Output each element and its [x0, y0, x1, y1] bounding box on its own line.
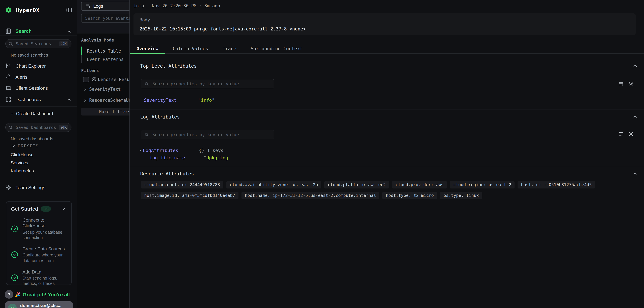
mode-results-table[interactable]: Results Table	[87, 48, 121, 54]
sidebar-item-search-label: Search	[16, 28, 32, 34]
attribute-row-severitytext[interactable]: SeverityText "info"	[144, 97, 215, 103]
log-attributes-search-field[interactable]	[152, 132, 270, 138]
search-filter-panel: Logs Search your events Analysis Mode Re…	[77, 0, 130, 308]
sidebar-item-chart-explorer[interactable]: Chart Explorer	[5, 63, 46, 69]
presets-toggle[interactable]: PRESETS	[12, 144, 38, 148]
collapse-sidebar-icon[interactable]	[66, 7, 72, 13]
chevron-right-icon	[83, 87, 87, 91]
get-started-step-connect[interactable]: Connect to ClickHouse Set up your databa…	[11, 217, 67, 240]
resource-attribute-tags: cloud.account.id: 244449518788 cloud.ava…	[141, 181, 636, 202]
caret-down-icon[interactable]: ▾	[140, 148, 142, 153]
check-circle-icon	[11, 225, 18, 232]
collapse-section-icon[interactable]	[633, 115, 637, 119]
detail-tabs: Overview Column Values Trace Surrounding…	[130, 44, 310, 55]
sidebar-item-alerts[interactable]: Alerts	[5, 74, 28, 80]
resource-tag[interactable]: host.id: i-0510b81275acbe4d5	[518, 181, 595, 188]
wrap-lines-icon[interactable]	[618, 81, 624, 86]
attribute-value[interactable]: dpkg.log	[206, 155, 228, 160]
section-title-log-attributes: Log Attributes	[140, 114, 180, 120]
chevron-right-icon	[66, 307, 70, 308]
sidebar-item-client-sessions[interactable]: Client Sessions	[5, 85, 48, 91]
saved-dashboards-placeholder: Saved Dashboards	[16, 125, 56, 130]
filters-label: Filters	[81, 68, 99, 73]
sidebar-item-dashboards[interactable]: Dashboards	[5, 96, 41, 102]
tab-overview[interactable]: Overview	[130, 44, 165, 55]
resource-tag[interactable]: cloud.platform: aws_ec2	[324, 181, 389, 188]
attribute-value[interactable]: info	[201, 97, 212, 103]
collapse-section-icon[interactable]	[633, 171, 637, 176]
section-divider	[130, 109, 644, 110]
attribute-row-log-file-name[interactable]: log.file.name "dpkg.log"	[150, 155, 231, 160]
top-level-search-input[interactable]	[141, 79, 274, 88]
get-started-title: Get Started	[11, 206, 38, 212]
saved-dashboards-input[interactable]: Saved Dashboards ⌘K	[5, 123, 72, 132]
shortcut-badge: ⌘K	[59, 41, 68, 46]
chevron-up-icon[interactable]	[63, 207, 67, 211]
search-icon	[8, 125, 13, 130]
no-saved-searches-text: No saved searches	[11, 53, 48, 58]
chevron-up-icon[interactable]	[67, 98, 71, 102]
section-divider	[130, 213, 644, 213]
resource-tag[interactable]: host.image.id: ami-0f5fcdfbd140e4ab7	[141, 192, 238, 199]
filter-group-severitytext[interactable]: SeverityText	[83, 87, 121, 92]
gear-icon[interactable]	[628, 81, 634, 86]
log-attributes-search-input[interactable]	[141, 130, 274, 139]
dashboard-grid-icon	[5, 96, 12, 102]
gear-icon[interactable]	[628, 131, 634, 137]
tab-trace[interactable]: Trace	[216, 44, 243, 55]
app-title: HyperDX	[16, 7, 40, 13]
section-title-resource-attributes: Resource Attributes	[140, 171, 194, 176]
event-header: info · Nov 20 2:20:30 PM · 3m ago	[134, 3, 220, 8]
chart-line-icon	[5, 63, 12, 69]
no-saved-dashboards-text: No saved dashboards	[11, 136, 53, 141]
plus-icon: +	[10, 111, 14, 117]
wrap-lines-icon[interactable]	[618, 131, 624, 137]
section-divider	[130, 166, 644, 166]
denoise-checkbox[interactable]	[83, 77, 89, 82]
get-started-step-add-data[interactable]: Add Data Start sending logs, metrics, or…	[11, 269, 67, 287]
app-root: HyperDX Search Saved Searches ⌘K No save…	[0, 0, 644, 308]
chevron-up-icon[interactable]	[67, 30, 71, 34]
user-menu[interactable]: D dominic.tran@clic... dominic.tran@clic…	[5, 301, 73, 308]
filter-group-resourceschemaurl[interactable]: ResourceSchemaUrl	[83, 98, 134, 103]
collapse-section-icon[interactable]	[633, 64, 637, 68]
divider	[0, 35, 77, 35]
inactive-mode-indicator	[81, 55, 82, 63]
tab-column-values[interactable]: Column Values	[166, 44, 215, 55]
source-select-value: Logs	[93, 4, 103, 9]
top-level-search-field[interactable]	[152, 81, 270, 87]
attribute-key[interactable]: SeverityText	[144, 97, 198, 103]
saved-searches-input[interactable]: Saved Searches ⌘K	[5, 39, 72, 48]
mode-event-patterns[interactable]: Event Patterns	[87, 57, 124, 62]
resource-tag[interactable]: os.type: linux	[440, 192, 482, 199]
create-dashboard-button[interactable]: + Create Dashboard	[10, 111, 53, 117]
shortcut-badge: ⌘K	[59, 125, 68, 130]
check-circle-icon	[11, 274, 18, 281]
preset-services[interactable]: Services	[11, 160, 28, 165]
help-button[interactable]: ?	[5, 290, 14, 299]
app-logo[interactable]: HyperDX	[5, 7, 40, 13]
preset-kubernetes[interactable]: Kubernetes	[11, 168, 34, 173]
tree-root-logattributes[interactable]: ▾ LogAttributes {} 1 keys	[140, 148, 224, 153]
preset-clickhouse[interactable]: ClickHouse	[11, 152, 34, 157]
tree-root-key[interactable]: LogAttributes	[143, 148, 199, 153]
resource-tag[interactable]: host.name: ip-172-31-12-5.us-east-2.comp…	[242, 192, 380, 199]
sidebar-item-team-settings[interactable]: Team Settings	[5, 184, 45, 190]
resource-tag[interactable]: cloud.availability_zone: us-east-2a	[226, 181, 322, 188]
active-tab-underline	[130, 53, 165, 54]
get-started-card: Get Started 3/3 Connect to ClickHouse Se…	[6, 201, 72, 285]
get-started-badge: 3/3	[41, 206, 51, 211]
archive-box-icon	[85, 4, 90, 9]
search-icon	[144, 82, 149, 86]
get-started-step-sources[interactable]: Create Data Sources Configure where your…	[11, 246, 67, 264]
sidebar-item-search[interactable]: Search	[5, 28, 32, 34]
resource-tag[interactable]: cloud.region: us-east-2	[450, 181, 515, 188]
resource-tag[interactable]: host.type: t2.micro	[382, 192, 437, 199]
question-mark-label: ?	[8, 292, 10, 297]
check-circle-icon	[11, 251, 18, 258]
attribute-key[interactable]: log.file.name	[150, 155, 204, 160]
divider	[0, 107, 77, 107]
tab-surrounding-context[interactable]: Surrounding Context	[244, 44, 309, 55]
resource-tag[interactable]: cloud.provider: aws	[392, 181, 447, 188]
resource-tag[interactable]: cloud.account.id: 244449518788	[141, 181, 224, 188]
